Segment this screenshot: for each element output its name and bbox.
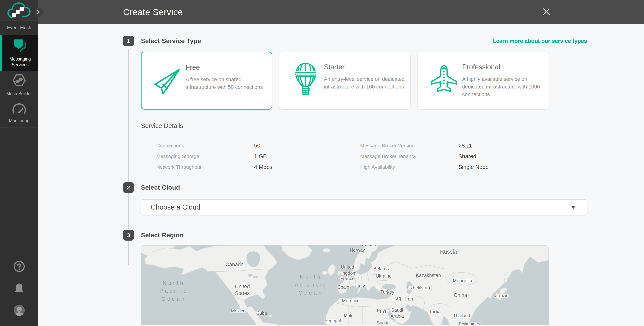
detail-label: Connections xyxy=(141,143,254,149)
country-label: Mali xyxy=(344,313,352,319)
detail-label: Message Broker Tenancy xyxy=(345,154,458,159)
hot-air-balloon-icon xyxy=(288,52,324,109)
create-service-page: Event Mesh Messaging Services Mesh Build… xyxy=(0,0,644,326)
help-button[interactable] xyxy=(13,260,25,273)
detail-value: Shared xyxy=(458,153,476,160)
country-label: Mongolia xyxy=(453,278,472,284)
hexagon-mesh-icon xyxy=(11,73,27,88)
country-label: Norway xyxy=(350,247,365,253)
sidebar-item-monitoring[interactable]: Monitoring xyxy=(0,99,38,128)
learn-more-link[interactable]: Learn more about our service types xyxy=(493,38,587,44)
card-description: An entry-level service on dedicated infr… xyxy=(324,75,405,91)
dialog-content: 1 Select Service Type Learn more about o… xyxy=(38,24,644,326)
notifications-button[interactable] xyxy=(14,283,25,295)
airplane-icon xyxy=(426,52,462,109)
step-select-cloud: 2 Select Cloud Choose a Cloud xyxy=(123,182,587,215)
country-label: Russia xyxy=(440,248,457,256)
dialog-header: Create Service xyxy=(38,0,644,24)
country-label: Saudi Arabia xyxy=(390,307,404,319)
detail-row: Message Broker Version >8.11 xyxy=(345,140,549,151)
logo-area[interactable] xyxy=(0,0,38,21)
detail-label: Network Throughput xyxy=(141,164,254,170)
step-select-service-type: 1 Select Service Type Learn more about o… xyxy=(123,36,587,172)
service-type-cards: Free A free service on shared infrastruc… xyxy=(141,52,587,110)
user-menu-button[interactable] xyxy=(13,304,25,317)
country-label: United States xyxy=(235,283,250,297)
detail-value: >8.11 xyxy=(458,143,472,149)
service-type-card[interactable]: Free A free service on shared infrastruc… xyxy=(141,52,272,110)
country-label: Iraq xyxy=(393,296,401,302)
detail-row: Network Throughput 4 Mbps xyxy=(141,162,345,172)
country-label: Sudan xyxy=(377,320,390,325)
close-icon xyxy=(542,7,550,16)
detail-value: 50 xyxy=(254,143,260,149)
country-label: Iran xyxy=(405,296,413,302)
country-label: Thailand xyxy=(453,313,470,319)
service-details-heading: Service Details xyxy=(141,122,587,130)
cloud-select-dropdown[interactable]: Choose a Cloud xyxy=(141,199,587,215)
avatar-icon xyxy=(13,314,25,317)
ocean-label: North Atlantic Ocean xyxy=(295,273,327,297)
sidebar-item-label: Messaging Services xyxy=(8,56,32,68)
shield-icon xyxy=(12,38,28,54)
country-label: Senegal xyxy=(325,318,341,324)
sidebar-expand-button[interactable] xyxy=(34,8,43,17)
sidebar-item-label: Mesh Builder xyxy=(6,91,32,97)
solace-cloud-logo-icon xyxy=(6,1,32,20)
header-divider xyxy=(535,6,535,18)
country-label: Sweden xyxy=(360,245,376,247)
service-type-card[interactable]: Professional A highly available service … xyxy=(418,52,549,110)
country-label: Japan xyxy=(495,293,509,299)
detail-row: Connections 50 xyxy=(141,140,345,151)
country-label: Spain xyxy=(338,284,349,290)
sidebar-item-event-mesh[interactable]: Event Mesh xyxy=(0,21,38,35)
detail-row: High Availability Single Node xyxy=(345,162,549,172)
gauge-icon xyxy=(11,103,27,115)
detail-label: Messaging Storage xyxy=(141,154,254,159)
country-label: Morocco xyxy=(342,298,360,304)
card-title: Starter xyxy=(324,63,405,71)
step-select-region: 3 Select Region xyxy=(123,230,587,325)
card-description: A highly available service on dedicated … xyxy=(462,75,543,98)
cloud-select-value: Choose a Cloud xyxy=(151,203,200,211)
country-label: Egypt xyxy=(377,308,388,314)
region-map[interactable]: North Pacific OceanNorth Atlantic OceanR… xyxy=(141,245,549,325)
step-1-badge: 1 xyxy=(123,36,134,46)
country-label: Ukraine xyxy=(376,273,392,279)
paper-plane-icon xyxy=(149,52,186,109)
detail-label: High Availability xyxy=(345,164,458,170)
sidebar-bottom xyxy=(0,260,38,326)
step-2-heading: Select Cloud xyxy=(141,184,180,191)
service-details-section: Service Details Connections 50 Messaging… xyxy=(141,122,587,172)
step-3-badge: 3 xyxy=(123,230,134,241)
card-title: Professional xyxy=(462,63,543,71)
bell-icon xyxy=(14,292,25,295)
page-title: Create Service xyxy=(123,0,183,24)
detail-row: Messaging Storage 1 GB xyxy=(141,151,345,162)
step-2-badge: 2 xyxy=(123,182,134,193)
country-label: Cuba xyxy=(256,311,267,316)
sidebar: Event Mesh Messaging Services Mesh Build… xyxy=(0,0,38,326)
card-description: A free service on shared infrastructure … xyxy=(186,76,266,91)
detail-label: Message Broker Version xyxy=(345,143,458,149)
sidebar-item-messaging-services[interactable]: Messaging Services xyxy=(0,35,38,71)
step-1-heading: Select Service Type xyxy=(141,37,201,45)
service-type-card[interactable]: Starter An entry-level service on dedica… xyxy=(279,52,410,110)
sidebar-item-mesh-builder[interactable]: Mesh Builder xyxy=(0,71,38,99)
main-panel: Create Service 1 xyxy=(38,0,644,326)
ocean-label: North Pacific Ocean xyxy=(160,279,188,303)
chevron-right-icon xyxy=(37,9,40,15)
country-label: Canada xyxy=(226,261,244,268)
detail-value: 1 GB xyxy=(254,153,267,160)
country-label: United Kingdom xyxy=(338,264,357,276)
close-button[interactable] xyxy=(541,7,552,17)
chevron-down-icon xyxy=(571,206,576,209)
sidebar-item-label: Monitoring xyxy=(9,118,29,124)
country-label: Philippines xyxy=(459,321,480,325)
detail-value: Single Node xyxy=(458,164,489,170)
country-label: Italy xyxy=(356,283,365,289)
help-icon xyxy=(13,270,25,273)
step-3-heading: Select Region xyxy=(141,232,184,239)
region-map-labels: North Pacific OceanNorth Atlantic OceanR… xyxy=(141,245,549,325)
country-label: France xyxy=(340,276,355,282)
